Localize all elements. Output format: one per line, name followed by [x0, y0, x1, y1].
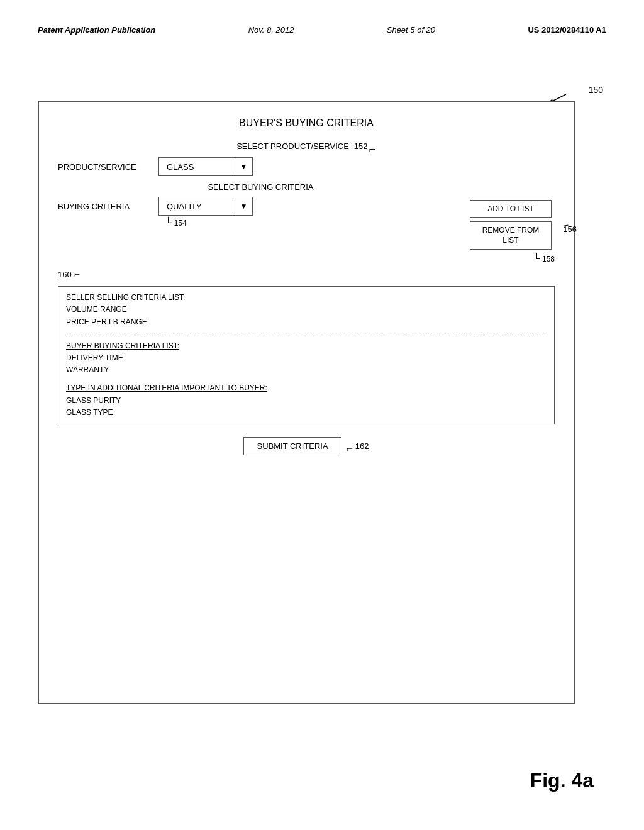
main-interface-box: BUYER'S BUYING CRITERIA SELECT PRODUCT/S… [38, 101, 575, 704]
remove-line1: REMOVE FROM [482, 226, 540, 235]
buyer-criteria-section: BUYER BUYING CRITERIA LIST: DELIVERY TIM… [66, 340, 547, 377]
label-150: 150 [589, 85, 603, 95]
product-dropdown[interactable]: GLASS ▼ [158, 157, 253, 176]
label-160-wrapper: 160 ⌐ [58, 270, 555, 280]
submit-area: SUBMIT CRITERIA ⌐ 162 [58, 437, 555, 455]
remove-from-list-button[interactable]: REMOVE FROM LIST [470, 221, 552, 250]
seller-item-1: VOLUME RANGE [66, 304, 547, 316]
label-162-area: ⌐ 162 [347, 441, 369, 451]
header-publication: Patent Application Publication [38, 25, 155, 35]
select-product-section: SELECT PRODUCT/SERVICE 152 ⌐ [58, 141, 555, 151]
diagram-area: 150 BUYER'S BUYING CRITERIA SELECT PRODU… [38, 82, 606, 704]
select-buying-section: SELECT BUYING CRITERIA BUYING CRITERIA Q… [58, 182, 555, 263]
additional-list-title-text: TYPE IN ADDITIONAL CRITERIA IMPORTANT TO… [66, 384, 267, 392]
box-title: BUYER'S BUYING CRITERIA [58, 118, 555, 129]
buyer-item-2: WARRANTY [66, 364, 547, 376]
remove-line2: LIST [502, 236, 518, 245]
seller-list-title: SELLER SELLING CRITERIA LIST: [66, 292, 547, 304]
list-divider [66, 335, 547, 335]
criteria-list-box: SELLER SELLING CRITERIA LIST: VOLUME RAN… [58, 286, 555, 424]
buying-dropdown[interactable]: QUALITY ▼ [158, 197, 253, 216]
additional-item-1: GLASS PURITY [66, 395, 547, 407]
product-dropdown-value: GLASS [159, 158, 235, 175]
figure-label: Fig. 4a [530, 769, 594, 792]
additional-list-title: TYPE IN ADDITIONAL CRITERIA IMPORTANT TO… [66, 382, 547, 394]
product-dropdown-arrow[interactable]: ▼ [235, 158, 252, 175]
label-162-ref: 162 [355, 441, 369, 451]
product-field-label: PRODUCT/SERVICE [58, 162, 158, 172]
select-product-label: SELECT PRODUCT/SERVICE [236, 141, 349, 151]
seller-list-title-text: SELLER SELLING CRITERIA LIST: [66, 293, 185, 302]
seller-criteria-section: SELLER SELLING CRITERIA LIST: VOLUME RAN… [66, 292, 547, 328]
header-date: Nov. 8, 2012 [248, 25, 294, 35]
submit-criteria-button[interactable]: SUBMIT CRITERIA [243, 437, 341, 455]
buyer-list-title-text: BUYER BUYING CRITERIA LIST: [66, 341, 179, 350]
buyer-item-1: DELIVERY TIME [66, 352, 547, 364]
label-152-ref: 152 [354, 141, 368, 151]
select-buying-label: SELECT BUYING CRITERIA [58, 182, 464, 192]
buyer-list-title: BUYER BUYING CRITERIA LIST: [66, 340, 547, 352]
buying-dropdown-value: QUALITY [159, 197, 235, 215]
header-patent-number: US 2012/0284110 A1 [528, 25, 606, 35]
ref-158-text: 158 [542, 255, 555, 263]
action-buttons: ADD TO LIST REMOVE FROM LIST └ 158 [470, 200, 555, 263]
arrow-160-icon: ⌐ [74, 270, 80, 280]
buying-criteria-row: BUYING CRITERIA QUALITY ▼ [58, 197, 464, 216]
page-header: Patent Application Publication Nov. 8, 2… [38, 25, 606, 35]
buying-left-section: SELECT BUYING CRITERIA BUYING CRITERIA Q… [58, 182, 464, 228]
buying-dropdown-arrow[interactable]: ▼ [235, 197, 252, 215]
header-sheet: Sheet 5 of 20 [387, 25, 435, 35]
additional-criteria-section: TYPE IN ADDITIONAL CRITERIA IMPORTANT TO… [66, 382, 547, 419]
seller-item-2: PRICE PER LB RANGE [66, 316, 547, 328]
add-to-list-button[interactable]: ADD TO LIST [470, 200, 552, 218]
label-158-area: └ 158 [470, 253, 555, 263]
page: Patent Application Publication Nov. 8, 2… [0, 0, 644, 830]
label-154-ref: └ 154 [165, 217, 464, 228]
list-section-wrapper: 160 ⌐ SELLER SELLING CRITERIA LIST: VOLU… [58, 270, 555, 424]
additional-item-2: GLASS TYPE [66, 407, 547, 419]
label-160-ref: 160 [58, 270, 72, 279]
product-service-row: PRODUCT/SERVICE GLASS ▼ [58, 157, 555, 176]
ref-154-text: 154 [174, 219, 187, 228]
buying-field-label: BUYING CRITERIA [58, 202, 158, 211]
